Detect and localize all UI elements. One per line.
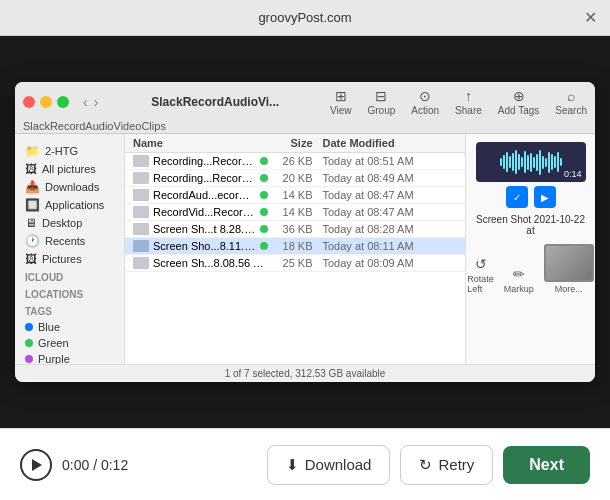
preview-markup[interactable]: ✏ Markup xyxy=(504,266,534,294)
markup-icon: ✏ xyxy=(513,266,525,282)
sidebar-item-downloads[interactable]: 📥 Downloads xyxy=(15,178,124,196)
download-button[interactable]: ⬇ Download xyxy=(267,445,391,485)
sidebar-tag-green[interactable]: Green xyxy=(15,335,124,351)
file-icon xyxy=(133,257,149,269)
file-size: 36 KB xyxy=(268,223,323,235)
action-buttons: ⬇ Download ↻ Retry Next xyxy=(267,445,590,485)
waveform-bar xyxy=(524,151,526,173)
file-icon xyxy=(133,172,149,184)
rotate-label: Rotate Left xyxy=(467,274,494,294)
toolbar-share[interactable]: ↑Share xyxy=(455,88,482,116)
sidebar-label: Purple xyxy=(38,353,70,364)
thumbnail-image xyxy=(546,246,592,280)
file-size: 14 KB xyxy=(268,206,323,218)
status-text: 1 of 7 selected, 312.53 GB available xyxy=(225,368,386,379)
preview-duration: 0:14 xyxy=(564,169,582,179)
preview-play[interactable]: ▶ xyxy=(534,186,556,208)
sidebar-item-pictures[interactable]: 🖼 Pictures xyxy=(15,250,124,268)
file-name-cell: Recording...RecordClips xyxy=(133,155,268,167)
forward-arrow[interactable]: › xyxy=(92,94,101,110)
finder-window: ‹ › SlackRecordAudioVi... ⊞View ⊟Group ⊙… xyxy=(15,82,595,382)
main-area: ‹ › SlackRecordAudioVi... ⊞View ⊟Group ⊙… xyxy=(0,36,610,428)
preview-more[interactable]: More... xyxy=(544,244,594,294)
waveform-bar xyxy=(533,157,535,168)
waveform-bar xyxy=(506,152,508,172)
toolbar-icons: ⊞View ⊟Group ⊙Action ↑Share ⊕Add Tags ⌕S… xyxy=(330,88,587,116)
table-row[interactable]: Screen Sh...8.08.56 AM 25 KB Today at 08… xyxy=(125,255,465,272)
table-row[interactable]: RecordVid...RecordClips 14 KB Today at 0… xyxy=(125,204,465,221)
table-row[interactable]: Recording...RecordClips 26 KB Today at 0… xyxy=(125,153,465,170)
sidebar-item-recents[interactable]: 🕐 Recents xyxy=(15,232,124,250)
file-size: 26 KB xyxy=(268,155,323,167)
toolbar-action[interactable]: ⊙Action xyxy=(411,88,439,116)
sync-dot xyxy=(260,242,268,250)
traffic-lights xyxy=(23,96,69,108)
table-row[interactable]: Screen Sh...t 8.28.19 AM 36 KB Today at … xyxy=(125,221,465,238)
waveform-bar xyxy=(500,158,502,166)
sidebar-tag-purple[interactable]: Purple xyxy=(15,351,124,364)
play-button[interactable] xyxy=(20,449,52,481)
table-row[interactable]: Recording...RecordClips 20 KB Today at 0… xyxy=(125,170,465,187)
waveform-bar xyxy=(557,152,559,172)
download-icon: ⬇ xyxy=(286,456,299,474)
sidebar-item-applications[interactable]: 🔲 Applications xyxy=(15,196,124,214)
pictures-folder-icon: 🖼 xyxy=(25,252,37,266)
sync-dot xyxy=(260,191,268,199)
waveform-bar xyxy=(518,154,520,170)
file-size: 20 KB xyxy=(268,172,323,184)
finder-filelist: Name Size Date Modified Recording...Reco… xyxy=(125,134,465,364)
file-name: Screen Sh...t 8.28.19 AM xyxy=(153,223,256,235)
retry-button[interactable]: ↻ Retry xyxy=(400,445,493,485)
sidebar-label: Recents xyxy=(45,235,85,247)
close-button[interactable]: ✕ xyxy=(582,10,598,26)
green-dot xyxy=(25,339,33,347)
sync-dot xyxy=(260,157,268,165)
preview-waveform: 0:14 xyxy=(476,142,586,182)
minimize-traffic-light[interactable] xyxy=(40,96,52,108)
toolbar-search[interactable]: ⌕Search xyxy=(555,88,587,116)
toolbar-tags[interactable]: ⊕Add Tags xyxy=(498,88,540,116)
close-traffic-light[interactable] xyxy=(23,96,35,108)
sidebar-item-2htg[interactable]: 📁 2-HTG xyxy=(15,142,124,160)
table-row[interactable]: RecordAud...ecordClips 14 KB Today at 08… xyxy=(125,187,465,204)
icloud-header: iCloud xyxy=(15,268,124,285)
apps-icon: 🔲 xyxy=(25,198,40,212)
waveform-bar xyxy=(512,153,514,171)
file-icon xyxy=(133,206,149,218)
waveform-bar xyxy=(527,155,529,170)
sidebar-label: 2-HTG xyxy=(45,145,78,157)
preview-rotate-left[interactable]: ↺ Rotate Left xyxy=(467,256,494,294)
waveform-bar xyxy=(551,154,553,170)
nav-arrows: ‹ › xyxy=(81,94,100,110)
locations-header: Locations xyxy=(15,285,124,302)
finder-preview: 0:14 ✓ ▶ Screen Shot 2021-10-22 at ↺ Rot… xyxy=(465,134,595,364)
folder-icon: 📁 xyxy=(25,144,40,158)
sidebar-item-desktop[interactable]: 🖥 Desktop xyxy=(15,214,124,232)
waveform-bar xyxy=(542,156,544,169)
file-date: Today at 08:49 AM xyxy=(323,172,458,184)
toolbar-view[interactable]: ⊞View xyxy=(330,88,352,116)
waveform-bar xyxy=(509,156,511,168)
sidebar-tag-blue[interactable]: Blue xyxy=(15,319,124,335)
file-date: Today at 08:28 AM xyxy=(323,223,458,235)
finder-path: SlackRecordAudioVi... xyxy=(108,95,322,109)
toolbar-group[interactable]: ⊟Group xyxy=(368,88,396,116)
sidebar-item-all-pictures[interactable]: 🖼 All pictures xyxy=(15,160,124,178)
toolbar-breadcrumb: SlackRecordAudioVideoClips xyxy=(15,118,595,133)
table-row[interactable]: Screen Sho...8.11.40 AM 18 KB Today at 0… xyxy=(125,238,465,255)
sidebar-label: Applications xyxy=(45,199,104,211)
preview-checkmark[interactable]: ✓ xyxy=(506,186,528,208)
file-name: Recording...RecordClips xyxy=(153,172,256,184)
maximize-traffic-light[interactable] xyxy=(57,96,69,108)
rotate-left-icon: ↺ xyxy=(475,256,487,272)
sidebar-label: Blue xyxy=(38,321,60,333)
markup-label: Markup xyxy=(504,284,534,294)
finder-body: 📁 2-HTG 🖼 All pictures 📥 Downloads 🔲 App… xyxy=(15,134,595,364)
sidebar-label: Downloads xyxy=(45,181,99,193)
waveform-bar xyxy=(530,153,532,172)
sync-dot xyxy=(260,225,268,233)
back-arrow[interactable]: ‹ xyxy=(81,94,90,110)
file-size: 18 KB xyxy=(268,240,323,252)
breadcrumb-text: SlackRecordAudioVideoClips xyxy=(23,120,166,132)
next-button[interactable]: Next xyxy=(503,446,590,484)
